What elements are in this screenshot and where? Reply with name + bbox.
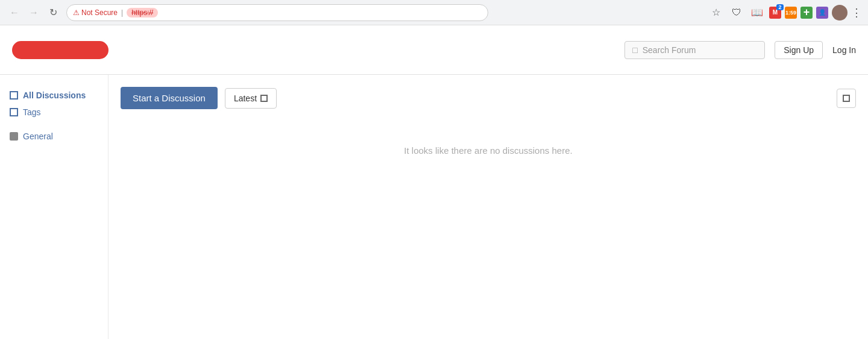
empty-message: It looks like there are no discussions h… xyxy=(121,145,856,156)
sidebar-gap xyxy=(10,121,98,128)
latest-button[interactable]: Latest xyxy=(225,88,277,109)
browser-chrome: ← → ↻ ⚠ Not Secure | https:// ☆ 🛡 📖 M 2 … xyxy=(0,0,868,25)
main-area: All Discussions Tags General Start a Dis… xyxy=(0,75,868,339)
all-discussions-icon xyxy=(10,91,18,100)
header-right: □ Search Forum Sign Up Log In xyxy=(624,41,856,59)
sidebar-item-label-tags: Tags xyxy=(23,107,41,117)
latest-icon xyxy=(260,95,268,102)
extension-purple[interactable]: 👤 xyxy=(816,7,828,19)
back-button[interactable]: ← xyxy=(6,4,23,21)
warning-icon: ⚠ xyxy=(73,8,80,17)
reader-mode-button[interactable]: 📖 xyxy=(749,4,766,21)
search-forum-box[interactable]: □ Search Forum xyxy=(624,41,765,59)
general-icon xyxy=(10,132,18,141)
bookmark-button[interactable]: ☆ xyxy=(708,4,725,21)
extension-badge: 2 xyxy=(776,4,784,10)
extension-green[interactable]: + xyxy=(800,7,813,19)
site-header: □ Search Forum Sign Up Log In xyxy=(0,25,868,75)
refresh-button[interactable]: ↻ xyxy=(45,4,61,21)
search-forum-label: Search Forum xyxy=(643,45,696,55)
sidebar-item-all-discussions[interactable]: All Discussions xyxy=(10,87,98,104)
view-toggle-button[interactable] xyxy=(837,89,856,108)
tags-icon xyxy=(10,108,18,116)
sidebar-item-label-all-discussions: All Discussions xyxy=(23,90,86,100)
extension-clock[interactable]: 1:59 xyxy=(785,7,797,19)
search-icon: □ xyxy=(632,45,637,55)
sidebar-item-tags[interactable]: Tags xyxy=(10,104,98,121)
user-avatar[interactable] xyxy=(832,5,848,21)
view-toggle-icon xyxy=(843,95,850,102)
content-toolbar: Start a Discussion Latest xyxy=(121,87,856,109)
log-in-button[interactable]: Log In xyxy=(832,45,856,55)
address-bar[interactable]: ⚠ Not Secure | https:// xyxy=(66,4,488,21)
extension-gmail[interactable]: M 2 xyxy=(769,7,781,19)
nav-buttons: ← → ↻ xyxy=(6,4,61,21)
address-url: https:// xyxy=(127,8,158,17)
sidebar: All Discussions Tags General xyxy=(0,75,108,339)
address-separator: | xyxy=(121,8,123,17)
start-discussion-button[interactable]: Start a Discussion xyxy=(121,87,218,109)
not-secure-label: Not Secure xyxy=(81,8,118,17)
sidebar-item-label-general: General xyxy=(23,131,53,141)
sidebar-item-general[interactable]: General xyxy=(10,128,98,145)
browser-toolbar-right: ☆ 🛡 📖 M 2 1:59 + 👤 ⋮ xyxy=(708,4,862,21)
sign-up-button[interactable]: Sign Up xyxy=(775,41,823,59)
content-area: Start a Discussion Latest It looks like … xyxy=(108,75,868,339)
more-options-button[interactable]: ⋮ xyxy=(851,6,862,19)
security-warning: ⚠ Not Secure xyxy=(73,8,118,17)
page-content: □ Search Forum Sign Up Log In All Discus… xyxy=(0,25,868,339)
shield-button[interactable]: 🛡 xyxy=(728,4,745,21)
latest-label: Latest xyxy=(234,93,257,103)
forward-button[interactable]: → xyxy=(25,4,42,21)
logo-image xyxy=(12,41,108,59)
site-logo[interactable] xyxy=(12,41,108,59)
